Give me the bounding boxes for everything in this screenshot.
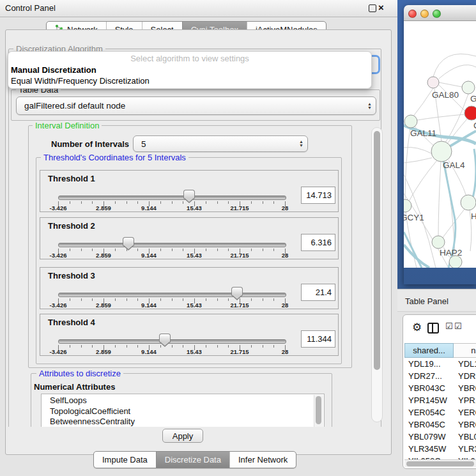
tab-discretize-data[interactable]: Discretize Data [156, 452, 229, 468]
dropdown-option-manual[interactable]: Manual Discretization [11, 65, 96, 75]
tick-mark [115, 298, 116, 301]
apply-button[interactable]: Apply [162, 429, 203, 443]
group-title: Threshold's Coordinates for 5 Intervals [41, 153, 188, 162]
tick-mark [183, 298, 183, 301]
tick-mark [92, 249, 93, 251]
tick-mark [183, 345, 183, 348]
table-data-combo[interactable]: galFiltered.sif default node ▲▼ [16, 96, 376, 115]
slider-handle[interactable] [183, 190, 195, 199]
tick-label: -3.426 [43, 302, 73, 309]
threshold-value-input[interactable]: 14.713 [301, 187, 335, 204]
table-row[interactable]: YER054CYER0 [404, 406, 476, 418]
tick-mark [273, 345, 274, 348]
dropdown-option-equal-width[interactable]: Equal Width/Frequency Discretization [11, 76, 150, 86]
checkbox-icon[interactable]: ☑ [445, 321, 453, 331]
tick-mark [127, 345, 127, 348]
network-node[interactable] [462, 81, 475, 94]
network-canvas[interactable]: GAL80G.CGAL11GAL4GCY1HHAP2 [404, 21, 476, 268]
network-node[interactable] [404, 199, 411, 212]
threshold-panel: Threshold 4 -3.4262.8599.14415.4321.7152… [40, 314, 339, 356]
close-traffic-light-icon[interactable] [408, 10, 417, 18]
slider-track[interactable] [58, 243, 286, 247]
column-header-name[interactable]: na [454, 343, 476, 358]
tick-mark [137, 345, 138, 348]
checkbox-icon[interactable]: ☑ [454, 321, 462, 331]
float-window-icon[interactable] [369, 4, 376, 12]
table-row[interactable]: YLR345WYLR3 [404, 443, 476, 455]
table-row[interactable]: YPR145WYPR1 [404, 394, 476, 406]
settings-scroll-viewport: Discretization Algorithm Table Data galF… [6, 30, 384, 427]
close-icon[interactable]: × [378, 1, 384, 14]
table-row[interactable]: YBR043CYBR0 [404, 382, 476, 394]
column-header-shared-name[interactable]: shared... [404, 343, 454, 358]
tick-mark [217, 249, 218, 251]
tick-mark [217, 201, 218, 204]
list-item[interactable]: TopologicalCoefficient [42, 406, 314, 417]
table-row[interactable]: YBR045CYBR0 [404, 418, 476, 431]
tick-mark [183, 249, 183, 251]
tick-mark [81, 345, 82, 348]
number-of-intervals-label: Number of Intervals [51, 139, 129, 149]
network-view-window[interactable]: GAL80G.CGAL11GAL4GCY1HHAP2 [404, 5, 476, 284]
tick-mark [160, 249, 161, 251]
network-node[interactable] [432, 236, 445, 249]
slider-track[interactable] [58, 196, 286, 200]
slider-handle[interactable] [123, 237, 134, 246]
tick-mark [228, 345, 229, 348]
columns-icon[interactable] [427, 323, 439, 334]
tick-mark [137, 249, 138, 251]
threshold-value-input[interactable]: 21.4 [301, 284, 335, 301]
minimize-traffic-light-icon[interactable] [420, 10, 429, 18]
node-label: GAL11 [410, 128, 436, 138]
tick-label: 28 [270, 348, 300, 355]
panel-scrollbar[interactable] [371, 127, 383, 422]
control-panel-titlebar: Control Panel × [0, 0, 397, 17]
numerical-attributes-list[interactable]: SelfLoopsTopologicalCoefficientBetweenne… [41, 394, 325, 427]
scrollbar-thumb[interactable] [316, 396, 321, 424]
tick-mark [228, 201, 229, 204]
group-title: Interval Definition [33, 121, 102, 130]
table-row[interactable]: YDL19...YDL1 [404, 358, 476, 370]
slider-track[interactable] [58, 293, 286, 297]
network-window-titlebar[interactable] [404, 5, 476, 21]
tick-mark [263, 249, 263, 251]
slider-track[interactable] [58, 339, 286, 344]
list-item[interactable]: SelfLoops [42, 395, 314, 406]
network-node[interactable] [431, 141, 452, 162]
node-label: HAP2 [440, 248, 462, 257]
tab-infer-network[interactable]: Infer Network [229, 452, 296, 468]
slider-handle[interactable] [231, 287, 243, 296]
tick-mark [81, 298, 82, 301]
threshold-value-input[interactable]: 6.316 [301, 234, 335, 251]
network-node[interactable] [404, 115, 417, 128]
tick-mark [251, 249, 252, 251]
tick-mark [70, 298, 70, 301]
gear-icon[interactable]: ⚙ [412, 321, 422, 334]
scrollbar-thumb[interactable] [374, 131, 380, 370]
list-scrollbar[interactable] [314, 395, 323, 427]
list-item[interactable]: BetweennessCentrality [42, 417, 314, 427]
network-node[interactable] [461, 195, 476, 210]
zoom-traffic-light-icon[interactable] [433, 10, 441, 18]
network-node[interactable] [464, 106, 476, 120]
tick-mark [206, 249, 206, 251]
network-node[interactable] [427, 77, 439, 88]
table-row[interactable]: YBL079WYBL0 [404, 431, 476, 443]
node-label: C [473, 121, 476, 130]
tick-mark [92, 298, 93, 301]
table-row[interactable]: YDR27...YDR2 [404, 370, 476, 382]
threshold-value-input[interactable]: 11.344 [301, 330, 335, 348]
table-hscrollbar[interactable] [404, 459, 476, 467]
tick-mark [81, 201, 82, 204]
tick-mark [206, 345, 206, 348]
tick-label: 2.859 [88, 302, 119, 309]
table-header: shared... na [404, 343, 476, 358]
tick-label: 28 [270, 204, 300, 211]
scrollbar-thumb[interactable] [406, 461, 474, 466]
tab-impute-data[interactable]: Impute Data [94, 452, 156, 468]
tick-label: 9.144 [134, 302, 164, 309]
number-of-intervals-combo[interactable]: 5 ▲▼ [133, 135, 308, 152]
slider-handle[interactable] [159, 334, 171, 342]
tick-mark [127, 201, 127, 204]
tick-mark [115, 249, 116, 251]
